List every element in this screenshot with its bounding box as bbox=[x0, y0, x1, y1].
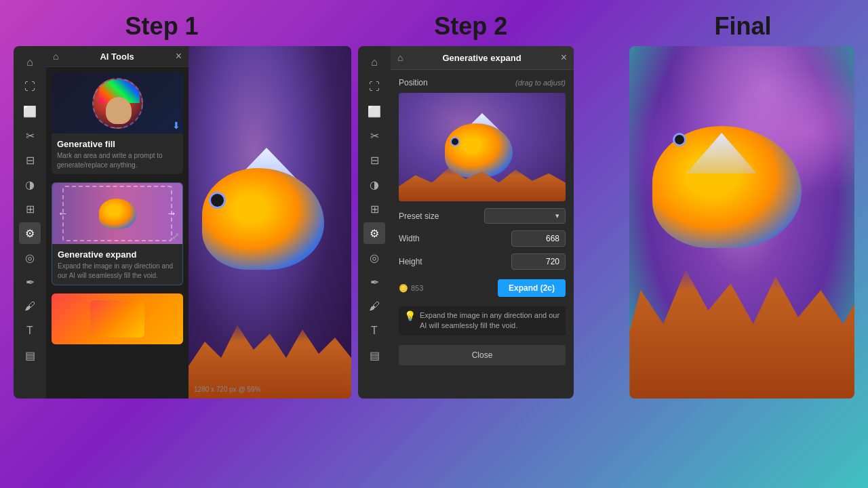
panel-close-button[interactable]: × bbox=[176, 50, 182, 62]
preset-label: Preset size bbox=[399, 211, 439, 221]
home-icon[interactable]: ⌂ bbox=[19, 52, 41, 73]
genfill-thumbnail: ⬇ bbox=[52, 73, 183, 134]
preset-dropdown[interactable]: ▾ bbox=[484, 208, 566, 224]
scissors-icon[interactable]: ✂ bbox=[19, 125, 41, 146]
hint-text: Expand the image in any direction and ou… bbox=[420, 310, 560, 331]
genfill-desc: Mark an area and write a prompt to gener… bbox=[57, 151, 178, 170]
ai-tools-title: AI Tools bbox=[58, 52, 175, 62]
preview-fish-bg bbox=[399, 93, 566, 201]
genfill-name: Generative fill bbox=[57, 139, 178, 149]
gen-panel-close[interactable]: × bbox=[561, 52, 567, 64]
s2-contrast-icon[interactable]: ◑ bbox=[363, 174, 385, 195]
ai-tools-header: ⌂ AI Tools × bbox=[46, 46, 189, 67]
s2-text-icon[interactable]: T bbox=[363, 320, 385, 342]
s2-selection-icon[interactable]: ⛶ bbox=[363, 76, 385, 98]
step1-sidebar: ⌂ ⛶ ⬜ ✂ ⊟ ◑ ⊞ ⚙ ◎ ✒ 🖌 T ▤ bbox=[14, 46, 46, 399]
hint-icon: 💡 bbox=[404, 310, 416, 321]
s2-crop-icon[interactable]: ⬜ bbox=[363, 100, 385, 122]
position-label: Position bbox=[399, 78, 428, 87]
height-row: Height bbox=[399, 253, 566, 270]
s2-hatch-icon[interactable]: ▤ bbox=[363, 344, 385, 366]
face-ai-icon[interactable]: ⚙ bbox=[19, 222, 41, 244]
s2-home-icon[interactable]: ⌂ bbox=[363, 52, 385, 73]
download-icon: ⬇ bbox=[172, 120, 180, 131]
generative-fill-card[interactable]: ⬇ Generative fill Mark an area and write… bbox=[52, 73, 183, 174]
step2-label: Step 2 bbox=[434, 12, 507, 40]
height-input[interactable] bbox=[511, 253, 566, 270]
step2-sidebar: ⌂ ⛶ ⬜ ✂ ⊟ ◑ ⊞ ⚙ ◎ ✒ 🖌 T ▤ bbox=[358, 46, 391, 399]
width-input[interactable] bbox=[511, 230, 566, 247]
drag-hint: (drag to adjust) bbox=[515, 79, 566, 87]
s2-sliders-icon[interactable]: ⊟ bbox=[363, 149, 385, 171]
tools-list: ⬇ Generative fill Mark an area and write… bbox=[46, 67, 189, 399]
ai-tools-panel: ⌂ AI Tools × ⬇ bbox=[46, 46, 189, 399]
steps-header: Step 1 Step 2 Final bbox=[0, 0, 868, 46]
expand-button[interactable]: Expand (2c) bbox=[498, 279, 566, 297]
grid-icon[interactable]: ⊞ bbox=[19, 198, 41, 220]
right-arrow-icon: → bbox=[166, 207, 177, 220]
gen-home-icon: ⌂ bbox=[397, 52, 403, 63]
close-button[interactable]: Close bbox=[399, 345, 566, 365]
expand-icon-overlay: ⤢ bbox=[172, 230, 180, 241]
canvas-background bbox=[189, 46, 351, 399]
pen-icon[interactable]: ✒ bbox=[19, 271, 41, 293]
genexpand-desc: Expand the image in any direction and ou… bbox=[58, 262, 177, 281]
gen-panel-title: Generative expand bbox=[403, 53, 560, 63]
text-icon[interactable]: T bbox=[19, 320, 41, 342]
contrast-icon[interactable]: ◑ bbox=[19, 174, 41, 195]
crop-icon[interactable]: ⬜ bbox=[19, 100, 41, 122]
s2-ai-icon[interactable]: ⚙ bbox=[363, 222, 385, 244]
credits-value: 853 bbox=[411, 284, 423, 292]
selection-icon[interactable]: ⛶ bbox=[19, 76, 41, 98]
expand-arrows: ← → bbox=[52, 207, 182, 220]
genfill-info: Generative fill Mark an area and write a… bbox=[52, 134, 183, 174]
s2-pen-icon[interactable]: ✒ bbox=[363, 271, 385, 293]
final-label: Final bbox=[715, 12, 772, 40]
height-label: Height bbox=[399, 257, 422, 266]
s2-spiral-icon[interactable]: ◎ bbox=[363, 247, 385, 268]
panel-home-icon: ⌂ bbox=[53, 51, 58, 62]
final-image-bg bbox=[629, 46, 854, 399]
step1-label: Step 1 bbox=[125, 12, 199, 40]
spiral-icon[interactable]: ◎ bbox=[19, 247, 41, 268]
content-area: ⌂ ⛶ ⬜ ✂ ⊟ ◑ ⊞ ⚙ ◎ ✒ 🖌 T ▤ ⌂ AI Tools × bbox=[0, 46, 868, 488]
s2-scissors-icon[interactable]: ✂ bbox=[363, 125, 385, 146]
brush-icon[interactable]: 🖌 bbox=[19, 296, 41, 317]
width-label: Width bbox=[399, 234, 420, 243]
third-tool-card[interactable] bbox=[52, 293, 183, 344]
genexpand-name: Generative expand bbox=[58, 249, 177, 260]
genexpand-info: Generative expand Expand the image in an… bbox=[52, 244, 182, 285]
step2-panel: ⌂ ⛶ ⬜ ✂ ⊟ ◑ ⊞ ⚙ ◎ ✒ 🖌 T ▤ ⌂ Generative e… bbox=[358, 46, 623, 399]
canvas-info: 868 x 488 px @ 59% bbox=[194, 386, 261, 393]
chevron-down-icon: ▾ bbox=[555, 211, 559, 220]
canvas-area: 868 x 488 px @ 59% bbox=[189, 46, 351, 399]
action-row: 🪙 853 Expand (2c) bbox=[399, 277, 566, 300]
final-coral bbox=[629, 263, 854, 399]
third-thumb bbox=[52, 293, 183, 344]
s2-brush-icon[interactable]: 🖌 bbox=[363, 296, 385, 317]
credits-info: 🪙 853 bbox=[399, 284, 423, 293]
position-header: Position (drag to adjust) bbox=[399, 78, 566, 87]
generative-expand-card[interactable]: ← → ⤢ Generative expand Expand the image… bbox=[52, 182, 183, 285]
position-section: Position (drag to adjust) bbox=[399, 78, 566, 201]
generative-expand-panel: ⌂ Generative expand × Position (drag to … bbox=[391, 46, 574, 399]
sliders-icon[interactable]: ⊟ bbox=[19, 149, 41, 171]
gen-panel-body: Position (drag to adjust) bbox=[391, 70, 574, 399]
position-preview[interactable] bbox=[399, 93, 566, 201]
coin-icon: 🪙 bbox=[399, 284, 408, 293]
hatch-icon[interactable]: ▤ bbox=[19, 344, 41, 366]
preset-row: Preset size ▾ bbox=[399, 208, 566, 224]
width-row: Width bbox=[399, 230, 566, 247]
s2-grid-icon[interactable]: ⊞ bbox=[363, 198, 385, 220]
final-result bbox=[629, 46, 854, 399]
gen-panel-header: ⌂ Generative expand × bbox=[391, 46, 574, 70]
genexpand-thumbnail: ← → ⤢ bbox=[52, 183, 182, 244]
canvas-fish bbox=[189, 141, 351, 304]
step1-panel: ⌂ ⛶ ⬜ ✂ ⊟ ◑ ⊞ ⚙ ◎ ✒ 🖌 T ▤ ⌂ AI Tools × bbox=[14, 46, 351, 399]
left-arrow-icon: ← bbox=[58, 207, 68, 220]
hint-row: 💡 Expand the image in any direction and … bbox=[399, 306, 566, 336]
